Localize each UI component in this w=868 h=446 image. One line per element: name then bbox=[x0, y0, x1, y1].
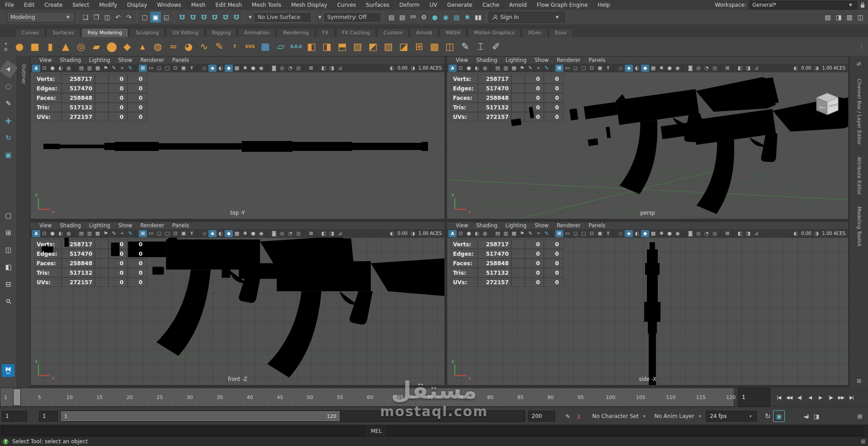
shade-all-icon[interactable]: ◐ bbox=[217, 65, 225, 72]
shading-ball-wire-icon[interactable]: ◍ bbox=[65, 230, 73, 237]
viewport-top-canvas[interactable]: Verts:25871700Edges:51747000Faces:258848… bbox=[31, 72, 444, 219]
render-current-frame-icon[interactable]: ▤ bbox=[397, 12, 408, 23]
new-scene-icon[interactable]: ❏ bbox=[80, 12, 91, 23]
default-lighting-icon[interactable]: ✺ bbox=[657, 65, 665, 72]
two-pane-layout-button[interactable]: ◫ bbox=[2, 243, 15, 257]
camera-attributes-icon[interactable]: ▦ bbox=[510, 65, 518, 72]
edit-camera-icon[interactable]: ✎ bbox=[526, 230, 534, 237]
anti-alias-icon[interactable]: ◎ bbox=[694, 230, 703, 237]
grease-pencil-icon[interactable]: ✎ bbox=[126, 230, 134, 237]
shelf-construction-plane-icon[interactable]: ▱ bbox=[273, 39, 288, 54]
shelf-tab-Rigging[interactable]: Rigging bbox=[206, 28, 237, 37]
exposure-icon[interactable]: ◐ bbox=[792, 230, 800, 237]
move-tool[interactable]: + bbox=[2, 114, 15, 127]
viewport-menu-Panels[interactable]: Panels bbox=[585, 222, 609, 229]
shading-ball-half-icon[interactable]: ◐ bbox=[473, 65, 481, 72]
workspace-selector[interactable]: General* ▼ bbox=[749, 1, 857, 9]
[interactable] bbox=[316, 230, 319, 237]
shelf-gear-icon[interactable]: ⚙ bbox=[4, 47, 8, 52]
isolate-select-icon[interactable]: ⊠ bbox=[723, 230, 731, 237]
viewport-menu-Show[interactable]: Show bbox=[115, 222, 136, 229]
shade-all-icon[interactable]: ◐ bbox=[633, 230, 641, 237]
field-chart-icon[interactable]: ⊡ bbox=[171, 65, 179, 72]
shading-ball-smooth-icon[interactable]: ● bbox=[48, 65, 57, 72]
isolate-select-icon[interactable]: ⊠ bbox=[723, 65, 731, 72]
shelf-tab-UV Editing[interactable]: UV Editing bbox=[166, 28, 204, 37]
viewport-menu-Renderer[interactable]: Renderer bbox=[553, 222, 585, 229]
shading-ball-half-icon[interactable]: ◐ bbox=[473, 230, 481, 237]
viewport-top[interactable]: ViewShadingLightingShowRendererPanels A⊡… bbox=[30, 56, 445, 220]
gamma-icon[interactable]: ◑ bbox=[812, 230, 821, 237]
[interactable] bbox=[74, 65, 76, 71]
isolate-select-icon[interactable]: ⊠ bbox=[307, 65, 315, 72]
viewport-menu-Shading[interactable]: Shading bbox=[472, 222, 501, 229]
xray-icon[interactable]: ⊿ bbox=[336, 65, 344, 72]
camera-lock-icon[interactable]: ▥ bbox=[502, 230, 510, 237]
all-lights-icon[interactable]: ● bbox=[249, 65, 257, 72]
wireframe-on-shaded-icon[interactable]: ▩ bbox=[649, 230, 657, 237]
anim-preferences-icon[interactable]: ▣ bbox=[773, 410, 785, 422]
shading-ball-half-icon[interactable]: ◐ bbox=[57, 65, 65, 72]
safe-action-icon[interactable]: ▣ bbox=[596, 230, 604, 237]
select-hierarchy-icon[interactable]: ▢ bbox=[139, 12, 150, 23]
[interactable] bbox=[720, 65, 722, 71]
viewport-menu-Lighting[interactable]: Lighting bbox=[502, 222, 530, 229]
safe-title-icon[interactable]: T bbox=[188, 65, 196, 72]
camera-lock-icon[interactable]: ▥ bbox=[85, 65, 94, 72]
pane-layout-b-icon[interactable]: ◨ bbox=[744, 65, 752, 72]
viewport-menu-Lighting[interactable]: Lighting bbox=[502, 57, 530, 63]
shelf-poly-cube-icon[interactable]: ■ bbox=[27, 39, 42, 54]
play-backwards-button[interactable]: ◀ bbox=[805, 390, 815, 404]
camera-select-icon[interactable]: A bbox=[32, 230, 40, 237]
shelf-edit-edge-flow-icon[interactable]: ⌶ bbox=[473, 39, 488, 54]
menu-Mesh Display[interactable]: Mesh Display bbox=[286, 2, 332, 8]
xray-icon[interactable]: ⊿ bbox=[752, 230, 760, 237]
shading-ball-smooth-icon[interactable]: ● bbox=[465, 230, 473, 237]
viewport-menu-Panels[interactable]: Panels bbox=[169, 222, 193, 229]
shelf-separate-icon[interactable]: ◨ bbox=[319, 39, 335, 54]
single-pane-toggle-icon[interactable]: ▤ bbox=[822, 12, 833, 23]
grease-pencil-icon[interactable]: ✎ bbox=[542, 230, 551, 237]
shelf-bridge-icon[interactable]: ▨ bbox=[381, 39, 396, 54]
panel-swap-icon[interactable]: ⇄ bbox=[857, 61, 861, 67]
hypergraph-persp-layout-button[interactable]: ⊟ bbox=[2, 277, 15, 291]
viewport-menu-Renderer[interactable]: Renderer bbox=[553, 57, 585, 63]
isolate-select-icon[interactable]: ⊠ bbox=[307, 230, 315, 237]
[interactable] bbox=[316, 65, 319, 71]
grease-pencil-panel-icon[interactable]: ⊞ bbox=[854, 411, 865, 422]
safe-action-icon[interactable]: ▣ bbox=[596, 65, 604, 72]
shelf-tab-Rendering[interactable]: Rendering bbox=[277, 28, 315, 37]
menu-Display[interactable]: Display bbox=[122, 2, 152, 8]
menu-Modify[interactable]: Modify bbox=[94, 2, 122, 8]
resolution-gate-icon[interactable]: ◻ bbox=[571, 65, 580, 72]
shelf-tab-Motion Graphics[interactable]: Motion Graphics bbox=[467, 28, 520, 37]
step-back-key-button[interactable]: ◀◀ bbox=[784, 390, 794, 404]
grease-pencil-icon[interactable]: ✎ bbox=[542, 65, 551, 72]
shelf-poly-cylinder-icon[interactable]: ▮ bbox=[42, 39, 58, 54]
textured-display-icon[interactable]: ◆ bbox=[225, 230, 233, 237]
play-forwards-button[interactable]: ▶ bbox=[816, 390, 825, 404]
viewport-menu-Panels[interactable]: Panels bbox=[169, 57, 193, 63]
xray-icon[interactable]: ⊿ bbox=[752, 65, 760, 72]
time-slider[interactable]: 1 51015202530354045505560657075808590951… bbox=[0, 388, 734, 407]
shelf-free-image-plane-icon[interactable]: 0,0,0 bbox=[288, 39, 304, 54]
[interactable] bbox=[613, 230, 616, 237]
camera-lock-icon[interactable]: ▥ bbox=[502, 65, 510, 72]
shelf-poly-cone-icon[interactable]: ▲ bbox=[58, 39, 73, 54]
viewport-persp[interactable]: ViewShadingLightingShowRendererPanels A⊡… bbox=[446, 56, 849, 220]
[interactable] bbox=[613, 65, 616, 71]
pane-layout-a-icon[interactable]: ◧ bbox=[320, 230, 328, 237]
make-live-icon[interactable]: Ω bbox=[231, 12, 242, 23]
ipr-sphere-icon[interactable]: ◉ bbox=[440, 12, 451, 23]
shelf-curve-icon[interactable]: ∿ bbox=[196, 39, 212, 54]
shelf-tab-Custom[interactable]: Custom bbox=[377, 28, 409, 37]
select-component-icon[interactable]: ◱ bbox=[161, 12, 172, 23]
[interactable] bbox=[720, 230, 722, 237]
gamma-icon[interactable]: ◑ bbox=[409, 65, 417, 72]
[interactable] bbox=[197, 230, 199, 237]
film-gate-icon[interactable]: ▭ bbox=[147, 230, 155, 237]
panel-grid-icon[interactable]: ⊞ bbox=[857, 378, 861, 384]
resolution-gate-icon[interactable]: ◻ bbox=[155, 230, 163, 237]
view-transform-button[interactable]: ACES bbox=[430, 231, 442, 236]
view-cube[interactable]: LEFT FRONT bbox=[813, 91, 842, 117]
